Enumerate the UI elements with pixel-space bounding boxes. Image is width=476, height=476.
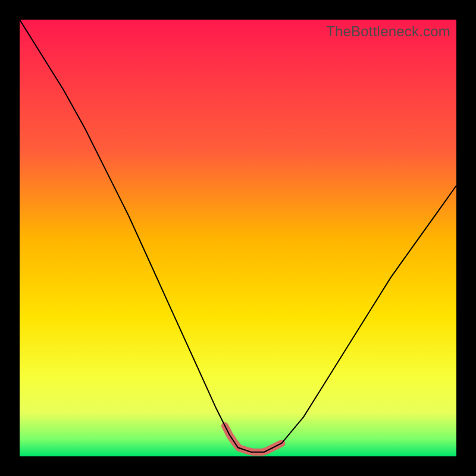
curve-svg [20,20,456,456]
bottleneck-curve [20,20,456,452]
chart-frame: TheBottleneck.com [0,0,476,476]
plot-area: TheBottleneck.com [20,20,456,456]
